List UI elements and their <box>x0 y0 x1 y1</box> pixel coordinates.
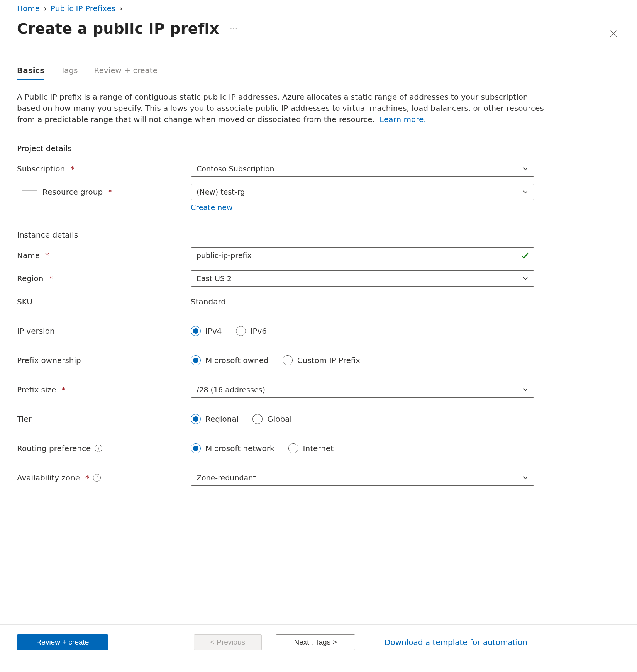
footer: Review + create < Previous Next : Tags >… <box>0 624 637 672</box>
previous-button: < Previous <box>194 634 262 650</box>
info-icon[interactable]: i <box>95 445 102 452</box>
availability-zone-select[interactable]: Zone-redundant <box>191 470 534 486</box>
breadcrumb: Home › Public IP Prefixes › <box>17 4 620 13</box>
chevron-down-icon <box>522 166 529 172</box>
radio-custom-ip-prefix[interactable]: Custom IP Prefix <box>283 355 361 365</box>
label-availability-zone: Availability zone* i <box>17 473 191 482</box>
chevron-down-icon <box>522 387 529 393</box>
chevron-right-icon: › <box>119 4 122 13</box>
label-subscription: Subscription* <box>17 164 191 173</box>
radio-ipv4[interactable]: IPv4 <box>191 326 222 336</box>
description: A Public IP prefix is a range of contigu… <box>17 92 550 125</box>
breadcrumb-home[interactable]: Home <box>17 4 40 13</box>
info-icon[interactable]: i <box>93 474 101 482</box>
radio-microsoft-network[interactable]: Microsoft network <box>191 443 274 453</box>
label-prefix-size: Prefix size* <box>17 385 191 394</box>
chevron-down-icon <box>522 275 529 282</box>
review-create-button[interactable]: Review + create <box>17 634 108 650</box>
sku-value: Standard <box>191 297 226 306</box>
prefix-size-select[interactable]: /28 (16 addresses) <box>191 382 534 398</box>
label-ip-version: IP version <box>17 326 191 336</box>
radio-microsoft-owned[interactable]: Microsoft owned <box>191 355 269 365</box>
close-button[interactable] <box>607 27 620 40</box>
name-input[interactable]: public-ip-prefix <box>191 247 534 263</box>
radio-internet[interactable]: Internet <box>288 443 334 453</box>
radio-global[interactable]: Global <box>252 414 292 424</box>
tab-tags[interactable]: Tags <box>61 66 78 80</box>
radio-ipv6[interactable]: IPv6 <box>236 326 267 336</box>
region-select[interactable]: East US 2 <box>191 270 534 287</box>
label-tier: Tier <box>17 414 191 424</box>
resource-group-select[interactable]: (New) test-rg <box>191 184 534 200</box>
label-sku: SKU <box>17 297 191 306</box>
chevron-right-icon: › <box>44 4 47 13</box>
section-instance-details: Instance details <box>17 230 620 239</box>
chevron-down-icon <box>522 189 529 195</box>
learn-more-link[interactable]: Learn more. <box>379 115 426 124</box>
valid-check-icon <box>521 251 529 260</box>
page-title: Create a public IP prefix <box>17 20 219 37</box>
subscription-select[interactable]: Contoso Subscription <box>191 161 534 177</box>
next-button[interactable]: Next : Tags > <box>276 634 355 650</box>
download-template-link[interactable]: Download a template for automation <box>385 638 527 647</box>
chevron-down-icon <box>522 475 529 481</box>
create-new-rg-link[interactable]: Create new <box>191 203 620 212</box>
section-project-details: Project details <box>17 144 620 153</box>
label-name: Name* <box>17 251 191 260</box>
label-region: Region* <box>17 274 191 283</box>
label-prefix-ownership: Prefix ownership <box>17 356 191 365</box>
tab-review-create[interactable]: Review + create <box>94 66 158 80</box>
more-actions-button[interactable]: ⋯ <box>227 22 241 35</box>
breadcrumb-public-ip-prefixes[interactable]: Public IP Prefixes <box>51 4 115 13</box>
tab-basics[interactable]: Basics <box>17 66 44 80</box>
label-resource-group: Resource group* <box>17 187 191 197</box>
label-routing-preference: Routing preference i <box>17 444 191 453</box>
tab-bar: Basics Tags Review + create <box>17 66 620 80</box>
radio-regional[interactable]: Regional <box>191 414 239 424</box>
